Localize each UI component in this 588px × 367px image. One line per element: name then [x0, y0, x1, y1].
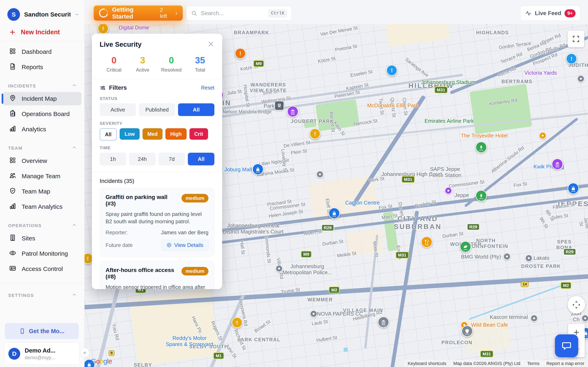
sidebar-collapse-button[interactable]: «	[80, 348, 89, 357]
filter-option-7d[interactable]: 7d	[158, 153, 185, 165]
filter-option-24h[interactable]: 24h	[129, 153, 156, 165]
meta-value: James van der Berg	[161, 229, 208, 236]
incident-card[interactable]: Graffiti on parking wall (#3)mediumSpray…	[100, 188, 214, 257]
filter-option-med[interactable]: Med	[143, 128, 163, 140]
getting-started-count: 2 left	[160, 7, 171, 19]
poi-dot-marker[interactable]	[310, 310, 317, 317]
incident-card[interactable]: After-hours office access (#8)mediumMoti…	[100, 261, 214, 289]
get-mobile-app-button[interactable]: Get the Mo...	[5, 323, 79, 339]
poi-dot-marker[interactable]	[276, 265, 283, 272]
poi-dot-marker[interactable]	[539, 132, 546, 139]
filter-option-crit[interactable]: Crit	[190, 128, 208, 140]
route-shield-m31: M31	[480, 350, 493, 358]
poi-pin-tree[interactable]	[476, 142, 487, 153]
incident-alert-marker[interactable]: !	[386, 65, 397, 76]
sidebar-item-manage-team[interactable]: Manage Team	[3, 169, 81, 183]
poi-dot-marker[interactable]	[525, 254, 532, 262]
sidebar-item-operations-board[interactable]: Operations Board	[3, 107, 81, 121]
sidebar-item-reports[interactable]: Reports	[3, 60, 81, 74]
close-button[interactable]	[208, 41, 214, 48]
filter-group-label-status: STATUS	[100, 96, 214, 101]
poi-dot-marker[interactable]	[530, 315, 538, 322]
poi-pin-bag[interactable]	[252, 164, 264, 175]
stat-value: 3	[129, 55, 157, 66]
filters-reset-button[interactable]: Reset	[201, 85, 214, 91]
route-shield-m9: M9	[253, 60, 264, 67]
poi-dot-marker[interactable]	[577, 75, 585, 82]
sidebar-item-label: Reports	[22, 64, 43, 71]
bars-icon	[9, 202, 16, 211]
poi-pin-bag[interactable]	[329, 208, 340, 219]
google-logo-letter: e	[108, 357, 112, 365]
poi-pin-court[interactable]	[378, 317, 389, 328]
view-details-button[interactable]: View Details	[161, 240, 208, 250]
getting-started-button[interactable]: Getting Started 2 left ›	[94, 6, 183, 21]
poi-pin-ball[interactable]	[460, 241, 471, 252]
filter-option-low[interactable]: Low	[120, 128, 140, 140]
sidebar-item-team-analytics[interactable]: Team Analytics	[3, 200, 81, 213]
filter-option-active[interactable]: Active	[100, 103, 136, 116]
poi-pin-police[interactable]	[461, 325, 473, 337]
filter-option-1h[interactable]: 1h	[100, 153, 126, 165]
filter-option-all[interactable]: All	[188, 153, 214, 165]
poi-pin-court[interactable]	[552, 158, 563, 170]
poi-pin-food[interactable]	[421, 236, 432, 248]
poi-pin-tree[interactable]	[476, 190, 487, 201]
user-info: Demo Ad... demo@myp...	[25, 347, 55, 360]
plus-icon	[9, 29, 16, 36]
live-feed-label: Live Feed	[535, 10, 561, 17]
poi-pin-court[interactable]	[287, 106, 298, 117]
sidebar-item-label: Operations Board	[22, 110, 70, 117]
sidebar-item-analytics[interactable]: Analytics	[3, 123, 81, 136]
sidebar-item-dashboard[interactable]: Dashboard	[3, 45, 81, 58]
user-menu[interactable]: D Demo Ad... demo@myp...	[4, 342, 79, 365]
incident-alert-marker[interactable]: !	[235, 48, 246, 59]
chevron-up-icon[interactable]	[72, 222, 77, 229]
pan-control[interactable]	[568, 296, 585, 314]
sidebar-item-team-map[interactable]: Team Map	[3, 185, 81, 198]
sidebar-item-sites[interactable]: Sites	[3, 232, 81, 245]
incident-alert-marker[interactable]: !	[232, 317, 242, 328]
chevron-up-icon[interactable]	[72, 83, 77, 89]
filter-option-all[interactable]: All	[100, 128, 117, 141]
org-switcher[interactable]: S Sandton Security Ser...	[0, 0, 84, 23]
incident-alert-marker[interactable]: !	[310, 128, 320, 139]
sidebar-item-patrol-monitoring[interactable]: Patrol Monitoring	[3, 247, 81, 260]
sidebar-item-incident-map[interactable]: Incident Map	[3, 92, 81, 105]
search-input[interactable]: Search... CtrlK	[186, 6, 292, 20]
live-security-panel: Live Security 0Critical3Active0Resolved3…	[92, 34, 222, 289]
sidebar-item-label: Incident Map	[22, 95, 57, 102]
shield-icon	[9, 187, 16, 196]
chevron-up-icon[interactable]	[72, 145, 77, 151]
incident-alert-marker[interactable]: !	[98, 23, 109, 34]
attribution-link[interactable]: Report a map error	[546, 361, 584, 366]
filters-title-group: Filters	[100, 84, 127, 91]
incident-alert-marker[interactable]: !	[566, 53, 577, 64]
chevron-up-icon[interactable]	[72, 292, 77, 299]
poi-pin-bag[interactable]	[568, 183, 579, 194]
google-logo-letter: g	[103, 357, 107, 365]
live-feed-button[interactable]: Live Feed 9+	[520, 6, 580, 21]
incident-meta-row: Future dateView Details	[105, 240, 208, 250]
sidebar-item-access-control[interactable]: Access Control	[3, 262, 81, 276]
section-label: INCIDENTS	[8, 83, 36, 89]
fullscreen-button[interactable]	[568, 31, 584, 47]
filter-option-published[interactable]: Published	[139, 103, 175, 116]
divider	[0, 41, 84, 41]
new-incident-button[interactable]: New Incident	[0, 23, 84, 41]
poi-dot-marker[interactable]	[445, 187, 452, 194]
poi-dot-marker[interactable]	[503, 253, 511, 260]
sidebar-item-overview[interactable]: Overview	[3, 154, 81, 167]
filter-option-high[interactable]: High	[165, 128, 187, 140]
poi-dot-marker[interactable]	[581, 315, 588, 322]
train-station-icon[interactable]	[274, 101, 284, 110]
divider	[92, 79, 222, 79]
attribution-link[interactable]: Keyboard shortcuts	[408, 361, 447, 366]
attribution-link[interactable]: Terms	[527, 361, 539, 366]
filter-option-all[interactable]: All	[178, 103, 214, 116]
route-shield-9: 9	[109, 350, 114, 356]
map-block	[346, 229, 384, 256]
poi-dot-marker[interactable]	[316, 171, 324, 178]
chat-button[interactable]	[555, 334, 578, 357]
route-shield-m2: M2	[329, 286, 339, 293]
